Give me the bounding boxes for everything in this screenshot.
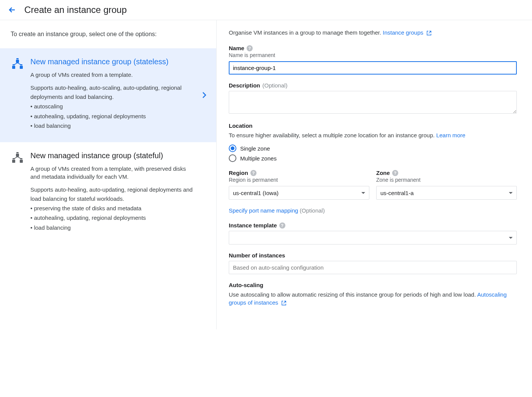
svg-rect-4 <box>20 66 23 69</box>
caret-down-icon <box>361 192 365 194</box>
instance-group-icon <box>11 58 24 72</box>
back-arrow-icon[interactable] <box>8 5 17 14</box>
left-intro-text: To create an instance group, select one … <box>0 20 216 48</box>
instance-group-icon <box>11 152 24 166</box>
option-stateful-title: New managed instance group (stateful) <box>30 151 193 161</box>
option-stateless[interactable]: New managed instance group (stateless) A… <box>0 48 216 142</box>
zone-sublabel: Zone is permanent <box>376 177 517 183</box>
right-panel: Organise VM instances in a group to mana… <box>217 20 532 329</box>
svg-rect-10 <box>20 160 23 163</box>
svg-rect-7 <box>16 152 19 153</box>
svg-rect-8 <box>12 160 15 163</box>
region-select[interactable]: us-central1 (Iowa) <box>229 186 369 200</box>
description-input[interactable] <box>229 91 517 114</box>
svg-rect-6 <box>16 154 19 157</box>
left-panel: To create an instance group, select one … <box>0 20 217 329</box>
instance-template-label: Instance template ? <box>229 222 285 229</box>
region-select-value: us-central1 (Iowa) <box>233 190 279 196</box>
radio-unchecked-icon <box>229 154 236 162</box>
option-stateless-bullet: • autoscaling <box>30 102 193 111</box>
zone-select[interactable]: us-central1-a <box>376 186 517 200</box>
region-sublabel: Region is permanent <box>229 177 369 183</box>
svg-rect-0 <box>16 60 19 63</box>
option-stateful-desc: A group of VMs created from a template, … <box>30 165 193 181</box>
option-stateful[interactable]: New managed instance group (stateful) A … <box>0 142 216 244</box>
caret-down-icon <box>509 237 513 239</box>
option-stateful-supports: Supports auto-healing, auto-updating, re… <box>30 185 193 203</box>
page-title: Create an instance group <box>24 5 127 15</box>
zone-select-value: us-central1-a <box>380 190 414 196</box>
option-stateful-bullet: • preserving the state of disks and meta… <box>30 203 193 213</box>
chevron-right-icon <box>200 91 209 100</box>
caret-down-icon <box>509 192 513 194</box>
location-desc: To ensure higher availability, select a … <box>229 131 517 139</box>
instance-template-select[interactable] <box>229 231 517 245</box>
radio-multiple-zones[interactable]: Multiple zones <box>229 154 517 162</box>
num-instances-input[interactable] <box>229 261 517 274</box>
instance-groups-link[interactable]: Instance groups <box>383 29 432 36</box>
region-label: Region ? <box>229 170 256 176</box>
port-mapping-link[interactable]: Specify port name mapping <box>229 207 298 214</box>
name-input[interactable] <box>229 61 517 75</box>
radio-multiple-zones-label: Multiple zones <box>240 155 277 162</box>
option-stateless-bullet: • autohealing, updating, regional deploy… <box>30 111 193 121</box>
external-link-icon <box>281 300 287 306</box>
option-stateful-bullet: • load balancing <box>30 223 193 233</box>
radio-single-zone[interactable]: Single zone <box>229 145 517 152</box>
form-intro: Organise VM instances in a group to mana… <box>229 29 517 36</box>
autoscaling-title: Auto-scaling <box>229 282 517 288</box>
help-icon[interactable]: ? <box>279 222 285 229</box>
help-icon[interactable]: ? <box>250 170 256 176</box>
external-link-icon <box>426 30 432 36</box>
name-sublabel: Name is permanent <box>229 52 517 58</box>
svg-rect-1 <box>16 58 19 59</box>
option-stateless-bullet: • load balancing <box>30 121 193 131</box>
name-label: Name ? <box>229 45 253 51</box>
radio-single-zone-label: Single zone <box>240 145 270 152</box>
description-label: Description (Optional) <box>229 82 287 89</box>
port-mapping-row: Specify port name mapping (Optional) <box>229 207 517 214</box>
zone-label: Zone ? <box>376 170 398 176</box>
radio-checked-icon <box>229 145 236 152</box>
option-stateless-desc: A group of VMs created from a template. <box>30 71 193 79</box>
help-icon[interactable]: ? <box>247 45 253 51</box>
location-learn-more-link[interactable]: Learn more <box>436 132 466 138</box>
autoscaling-desc: Use autoscaling to allow automatic resiz… <box>229 291 517 306</box>
option-stateless-supports: Supports auto-healing, auto-scaling, aut… <box>30 83 193 102</box>
option-stateful-bullet: • autohealing, updating, regional deploy… <box>30 213 193 223</box>
option-stateless-title: New managed instance group (stateless) <box>30 57 193 67</box>
num-instances-label: Number of instances <box>229 252 285 259</box>
svg-rect-2 <box>12 66 15 69</box>
help-icon[interactable]: ? <box>392 170 398 176</box>
location-title: Location <box>229 122 517 129</box>
